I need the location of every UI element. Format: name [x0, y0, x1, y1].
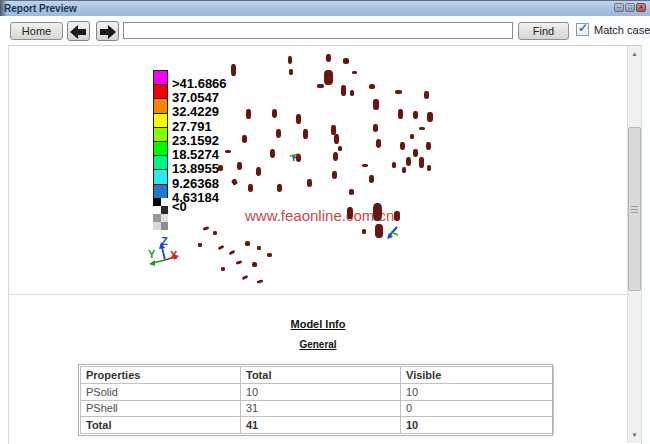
- properties-table: Properties Total Visible PSolid 10 10 PS…: [78, 364, 553, 436]
- minimize-button[interactable]: ─: [614, 3, 624, 12]
- general-heading: General: [9, 339, 627, 350]
- home-button[interactable]: Home: [10, 22, 63, 40]
- legend-colorbar: [153, 70, 168, 199]
- legend-label: 9.26368: [172, 177, 219, 191]
- cell-total-visible: 10: [401, 417, 554, 434]
- check-icon: ✓: [578, 21, 588, 35]
- scroll-down-button[interactable]: ▼: [628, 427, 641, 443]
- legend-label: 18.5274: [172, 148, 219, 162]
- legend-label: 13.8955: [172, 162, 219, 176]
- report-content: >41.686637.054732.422927.79123.159218.52…: [8, 45, 642, 444]
- table-row: PSolid 10 10: [81, 383, 554, 400]
- legend-color-cell: [153, 169, 168, 184]
- col-header-visible: Visible: [401, 367, 554, 384]
- legend-checker-cell: [153, 222, 161, 230]
- y-axis-label: Y: [148, 248, 156, 260]
- forward-button[interactable]: [96, 21, 119, 41]
- cell-psolid-total: 10: [241, 383, 401, 400]
- match-case-label: Match case: [594, 24, 650, 36]
- legend-no-value-swatch: [153, 198, 168, 230]
- left-arrow-icon: [70, 25, 87, 39]
- z-axis-label: Z: [161, 236, 168, 247]
- legend-label: 37.0547: [172, 91, 219, 105]
- legend-label: >41.6866: [172, 77, 227, 91]
- maximize-button[interactable]: □: [625, 3, 635, 12]
- match-case-checkbox[interactable]: ✓: [576, 23, 589, 36]
- back-button[interactable]: [67, 21, 90, 41]
- window-title: Report Preview: [4, 3, 77, 14]
- legend-label: 23.1592: [172, 134, 219, 148]
- legend-checker-cell: [153, 206, 161, 214]
- legend-color-cell: [153, 113, 168, 128]
- cell-pshell-total: 31: [241, 400, 401, 417]
- close-button[interactable]: ✕: [636, 3, 646, 12]
- title-bar: Report Preview ─ □ ✕: [0, 0, 650, 16]
- scrollbar-thumb[interactable]: [628, 127, 641, 291]
- legend-checker-cell: [161, 222, 169, 230]
- legend-color-cell: [153, 184, 168, 199]
- legend-checker-cell: [153, 198, 161, 206]
- table-row: PShell 31 0: [81, 400, 554, 417]
- section-divider: [9, 294, 627, 295]
- legend-label: 27.791: [172, 120, 212, 134]
- contour-legend: >41.686637.054732.422927.79123.159218.52…: [153, 70, 263, 235]
- legend-checker-cell: [153, 214, 161, 222]
- legend-color-cell: [153, 98, 168, 113]
- legend-label: <0: [172, 200, 187, 214]
- table-total-row: Total 41 10: [81, 417, 554, 434]
- cell-psolid-name: PSolid: [81, 383, 241, 400]
- col-header-properties: Properties: [81, 367, 241, 384]
- legend-label: 32.4229: [172, 105, 219, 119]
- table-header-row: Properties Total Visible: [81, 367, 554, 384]
- cell-pshell-name: PShell: [81, 400, 241, 417]
- legend-color-cell: [153, 127, 168, 142]
- right-arrow-icon: [99, 25, 116, 39]
- scroll-up-button[interactable]: ▲: [628, 46, 641, 62]
- model-info-heading: Model Info: [9, 318, 627, 330]
- legend-color-cell: [153, 141, 168, 156]
- legend-color-cell: [153, 70, 168, 85]
- axis-triad: Y Z X: [140, 236, 188, 272]
- cell-total-total: 41: [241, 417, 401, 434]
- x-axis-label: X: [170, 249, 178, 261]
- col-header-total: Total: [241, 367, 401, 384]
- toolbar: Home Find ✓ Match case: [0, 16, 650, 45]
- window-controls: ─ □ ✕: [614, 3, 646, 12]
- vertical-scrollbar[interactable]: ▲ ▼: [627, 46, 641, 443]
- legend-color-cell: [153, 155, 168, 170]
- find-button[interactable]: Find: [518, 22, 569, 40]
- legend-checker-cell: [161, 198, 169, 206]
- search-input[interactable]: [123, 22, 513, 39]
- cell-pshell-visible: 0: [401, 400, 554, 417]
- cell-psolid-visible: 10: [401, 383, 554, 400]
- cell-total-name: Total: [81, 417, 241, 434]
- legend-checker-cell: [161, 214, 169, 222]
- legend-color-cell: [153, 84, 168, 99]
- legend-checker-cell: [161, 206, 169, 214]
